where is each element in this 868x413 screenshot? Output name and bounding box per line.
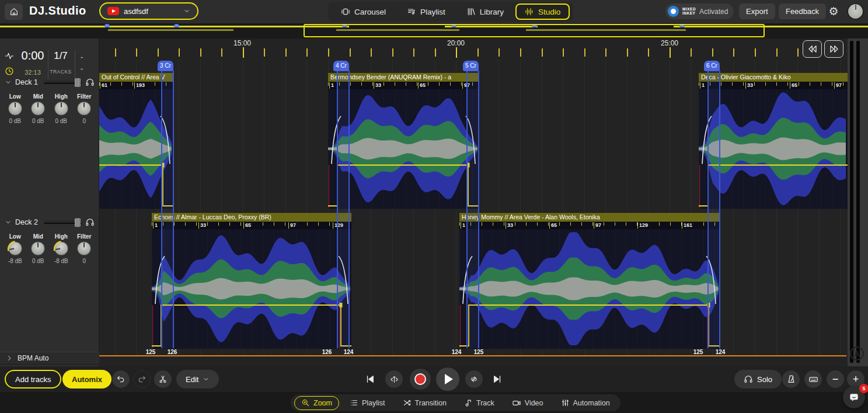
- eq-knob[interactable]: [54, 102, 68, 116]
- headphones-cue-icon[interactable]: [85, 78, 95, 87]
- skip-to-start-button[interactable]: [365, 374, 375, 384]
- panel-tabs: ZoomPlaylistTransitionTrackVideoAutomati…: [291, 394, 621, 411]
- nav-tab-playlist[interactable]: Playlist: [398, 4, 455, 20]
- crossfade-boundary[interactable]: [348, 71, 350, 348]
- crossfade-boundary[interactable]: [478, 71, 479, 348]
- play-button[interactable]: [436, 368, 459, 391]
- crossfade-marker[interactable]: 4 Cr: [333, 61, 349, 71]
- crossfade-boundary[interactable]: [466, 71, 468, 348]
- eq-knob[interactable]: [31, 242, 45, 256]
- solo-button[interactable]: Solo: [734, 370, 782, 388]
- divider: [75, 50, 75, 79]
- split-scissors-button[interactable]: [154, 370, 172, 388]
- jump-to-playhead-button[interactable]: [385, 370, 403, 388]
- automix-button[interactable]: Automix: [62, 370, 111, 388]
- project-selector[interactable]: asdfsdf: [99, 2, 198, 20]
- deck2-header[interactable]: Deck 2: [0, 216, 99, 229]
- ruler-tick: [712, 48, 713, 57]
- track-clip[interactable]: Echoes // Almar - Luccas Deo, Proxxy (BR…: [152, 213, 351, 349]
- crossfade-boundary[interactable]: [337, 71, 338, 348]
- minimap-cue-marker[interactable]: [104, 24, 110, 27]
- bpm-value-label: 126: [318, 349, 336, 355]
- chevron-down-icon[interactable]: [5, 219, 12, 226]
- app-logo: DJ.Studio: [29, 4, 86, 18]
- crossfade-zone[interactable]: [162, 71, 173, 348]
- current-time: 0:00: [18, 49, 48, 62]
- undo-button[interactable]: [112, 370, 130, 388]
- minimap-viewport[interactable]: [304, 24, 765, 37]
- add-tracks-button[interactable]: Add tracks: [5, 370, 61, 388]
- minimap-cue-marker[interactable]: [174, 24, 179, 27]
- playlist-list-icon: [350, 398, 358, 407]
- eq-knob[interactable]: [77, 102, 91, 116]
- settings-gear-icon[interactable]: ⚙: [825, 3, 842, 19]
- beat-tick: [537, 222, 538, 226]
- crossfade-boundary[interactable]: [707, 71, 709, 348]
- eq-knob[interactable]: [8, 102, 22, 116]
- headphones-cue-icon[interactable]: [85, 218, 95, 227]
- eq-knob[interactable]: [31, 102, 45, 116]
- loop-button[interactable]: [465, 370, 483, 388]
- track-clip[interactable]: Honey Mommy // Area Verde - Alan Wools, …: [459, 213, 719, 349]
- panel-tab-zoom[interactable]: Zoom: [294, 396, 339, 410]
- crossfade-zone[interactable]: [708, 71, 720, 348]
- eq-knob[interactable]: [54, 242, 68, 256]
- beat-tick: [174, 222, 175, 226]
- seek-forward-button[interactable]: [824, 40, 843, 58]
- export-button[interactable]: Export: [739, 4, 775, 19]
- eq-knob[interactable]: [8, 242, 22, 256]
- redo-button[interactable]: [133, 370, 151, 388]
- panel-tab-playlist[interactable]: Playlist: [343, 396, 392, 410]
- chat-bubble-button[interactable]: 5: [843, 386, 865, 408]
- panel-tab-track[interactable]: Track: [457, 396, 501, 410]
- chevron-down-icon[interactable]: [5, 79, 12, 86]
- crossfade-zone[interactable]: [337, 71, 349, 348]
- nav-tab-carousel[interactable]: Carousel: [332, 4, 395, 20]
- beat-tick: [821, 82, 821, 86]
- zoom-icon: [301, 398, 310, 407]
- crossfade-boundary[interactable]: [719, 71, 720, 348]
- crossfade-zone[interactable]: [467, 71, 479, 348]
- timeline-ruler[interactable]: 15:0020:0025:00: [99, 38, 848, 60]
- avatar[interactable]: [847, 3, 864, 20]
- seek-backward-button[interactable]: [803, 40, 822, 58]
- master-volume-line[interactable]: [99, 355, 846, 356]
- slider-handle[interactable]: [75, 78, 81, 87]
- crossfade-marker[interactable]: 3 Cr: [158, 61, 173, 71]
- crossfade-marker[interactable]: 5 Cr: [463, 61, 479, 71]
- keyboard-shortcuts-button[interactable]: [804, 370, 822, 388]
- panel-tab-transition[interactable]: Transition: [396, 396, 454, 410]
- mix-overview-minimap[interactable]: [0, 23, 868, 38]
- slider-handle[interactable]: [75, 218, 81, 227]
- metronome-button[interactable]: [782, 370, 800, 388]
- bpm-auto-row[interactable]: BPM Auto: [0, 352, 99, 365]
- beat-number: 65: [243, 222, 252, 229]
- panel-tab-video[interactable]: Video: [505, 396, 550, 410]
- track-clip[interactable]: Bermondsey Bender (ANUQRAM Remix) - a133…: [328, 73, 479, 209]
- ruler-tick: [392, 48, 393, 57]
- beat-tick: [328, 82, 329, 86]
- record-button[interactable]: [410, 369, 431, 390]
- home-button[interactable]: [5, 4, 23, 20]
- edit-menu-button[interactable]: Edit: [176, 370, 219, 388]
- panel-tab-automation[interactable]: Automation: [554, 396, 617, 410]
- nav-tab-studio[interactable]: Studio: [515, 4, 570, 20]
- track-clip[interactable]: Deca - Olivier Giacomotto & Kiko1336597: [699, 73, 848, 209]
- deck2-volume-slider[interactable]: [44, 221, 82, 224]
- beat-tick: [799, 82, 799, 86]
- beat-tick: [350, 82, 351, 86]
- nav-tab-library[interactable]: Library: [457, 4, 513, 20]
- mixed-in-key-badge[interactable]: MIXED INKEY Activated: [665, 4, 734, 19]
- crossfade-marker[interactable]: 6 Cr: [704, 61, 720, 71]
- beat-number: 33: [198, 222, 207, 229]
- deck1-header[interactable]: Deck 1: [0, 76, 99, 89]
- skip-to-end-button[interactable]: [492, 374, 503, 384]
- crossfade-boundary[interactable]: [161, 71, 162, 348]
- deck1-volume-slider[interactable]: [44, 81, 82, 84]
- feedback-button[interactable]: Feedback: [779, 4, 826, 19]
- knob-indicator: [61, 103, 62, 107]
- zoom-out-button[interactable]: −: [827, 370, 844, 388]
- clock-icon[interactable]: [5, 66, 14, 76]
- eq-knob[interactable]: [77, 242, 91, 256]
- crossfade-boundary[interactable]: [173, 71, 174, 348]
